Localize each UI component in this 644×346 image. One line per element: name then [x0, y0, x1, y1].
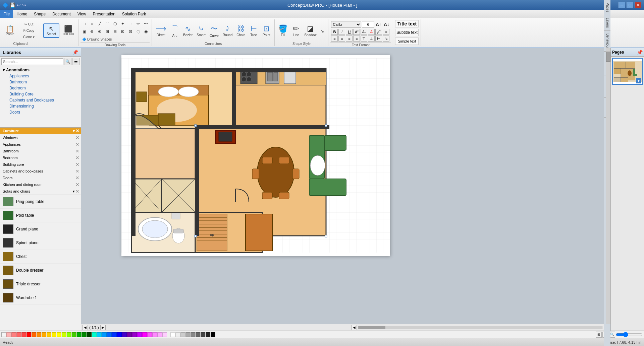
view-toggle-button[interactable]: ☰	[72, 58, 79, 65]
color-swatch[interactable]	[157, 332, 162, 337]
font-size-down[interactable]: A↓	[383, 21, 390, 28]
color-swatch[interactable]	[21, 332, 26, 337]
color-swatch[interactable]	[16, 332, 21, 337]
menu-document[interactable]: Document	[49, 10, 74, 18]
direct-button[interactable]: ⟶ Direct	[154, 23, 168, 38]
page-thumbnail-1[interactable]: ▼	[612, 58, 643, 85]
color-swatch[interactable]	[102, 332, 107, 337]
font-family-select[interactable]: Calibri	[331, 21, 361, 28]
color-swatch[interactable]	[47, 332, 51, 337]
color-swatch[interactable]	[147, 332, 152, 337]
color-swatch[interactable]	[26, 332, 31, 337]
list-item[interactable]: Wardrobe 1	[0, 291, 81, 305]
drawing-shapes-button[interactable]: 🔷 Drawing Shapes	[80, 37, 113, 42]
quick-save-icon[interactable]: 💾	[10, 2, 15, 8]
smart-button[interactable]: ⤷ Smart	[195, 23, 207, 38]
active-lib-bathroom[interactable]: Bathroom ✕	[0, 148, 81, 154]
draw-star[interactable]: ✦	[119, 20, 126, 27]
close-appliances-button[interactable]: ✕	[75, 142, 79, 147]
menu-presentation[interactable]: Presentation	[90, 10, 119, 18]
pages-pin-button[interactable]: 📌	[637, 50, 643, 55]
arc-button[interactable]: ⌒ Arc	[169, 23, 181, 39]
close-windows-button[interactable]: ✕	[75, 135, 79, 140]
prev-page-button[interactable]: ◀	[83, 325, 88, 330]
color-swatch[interactable]	[107, 332, 112, 337]
tree-building-core[interactable]: Building Core	[0, 91, 81, 97]
active-lib-appliances[interactable]: Appliances ✕	[0, 141, 81, 148]
search-input[interactable]	[1, 58, 63, 65]
tab-layers[interactable]: Layers	[604, 15, 610, 31]
valign-top[interactable]: ⊤	[361, 36, 367, 42]
shadow-button[interactable]: ◪ Shadow	[303, 23, 318, 38]
draw-r6[interactable]: ⊟	[111, 28, 119, 35]
color-swatch[interactable]	[201, 332, 205, 337]
color-swatch[interactable]	[137, 332, 142, 337]
next-page-button[interactable]: ▶	[100, 325, 106, 330]
active-lib-kitchen[interactable]: Kitchen and dining room ✕	[0, 181, 81, 188]
textbox-button[interactable]: ⬛ Text Box	[60, 24, 76, 37]
align-right[interactable]: ≡	[346, 36, 353, 42]
color-button[interactable]: A	[368, 29, 375, 35]
color-swatch[interactable]	[97, 332, 102, 337]
vertical-scrollbar[interactable]	[606, 48, 610, 324]
menu-shape[interactable]: Shape	[31, 10, 49, 18]
cut-button[interactable]: ✂ Cut	[19, 21, 39, 27]
page-expand-icon[interactable]: ▼	[636, 78, 641, 83]
horizontal-scrollbar[interactable]	[358, 326, 602, 329]
close-bathroom-button[interactable]: ✕	[75, 148, 79, 154]
color-swatch[interactable]	[132, 332, 137, 337]
superscript-button[interactable]: A²	[353, 29, 360, 35]
align-left[interactable]: ≡	[331, 36, 338, 42]
clone-button[interactable]: Clone ▾	[19, 34, 39, 40]
valign-bottom[interactable]: ⊨	[375, 36, 382, 42]
copy-button[interactable]: ⎘ Copy	[19, 28, 39, 33]
tree-appliances[interactable]: Appliances	[0, 73, 81, 79]
paste-button[interactable]: 📋 Paste	[2, 24, 18, 37]
chain-button[interactable]: ⛓ Chain	[235, 23, 247, 38]
draw-r10[interactable]: ◉	[142, 28, 150, 35]
draw-r3[interactable]: ⊕	[88, 28, 96, 35]
draw-r9[interactable]: ◌	[135, 28, 142, 35]
list-item[interactable]: Ping-pong table	[0, 195, 81, 209]
draw-rect[interactable]: □	[80, 20, 88, 27]
color-swatch[interactable]	[142, 332, 147, 337]
highlight-button[interactable]: 🖍	[375, 29, 382, 35]
color-swatch[interactable]	[92, 332, 97, 337]
color-swatch[interactable]	[62, 332, 66, 337]
hscroll-thumb[interactable]	[359, 326, 385, 329]
search-button[interactable]: 🔍	[64, 58, 71, 65]
list-item[interactable]: Double dresser	[0, 264, 81, 277]
tree-cabinets[interactable]: Cabinets and Bookcases	[0, 97, 81, 103]
canvas-area[interactable]: up	[81, 48, 610, 331]
close-kitchen-button[interactable]: ✕	[75, 182, 79, 187]
tree-button[interactable]: ⊢ Tree	[248, 23, 260, 38]
list-item[interactable]: Chest	[0, 250, 81, 264]
list-item[interactable]: Grand piano	[0, 222, 81, 236]
tree-bedroom[interactable]: Bedroom	[0, 85, 81, 91]
draw-r5[interactable]: ⊞	[104, 28, 111, 35]
tree-dimensioning[interactable]: Dimensioning	[0, 103, 81, 109]
zoom-fit-button[interactable]: ⊞	[596, 332, 602, 338]
color-swatch[interactable]	[67, 332, 71, 337]
bold-button[interactable]: B	[331, 29, 338, 35]
active-lib-sofas[interactable]: Sofas and chairs ▾ ✕	[0, 188, 81, 195]
draw-freeform[interactable]: 〜	[142, 20, 150, 27]
color-white[interactable]	[170, 332, 175, 337]
align-center[interactable]: ≡	[338, 36, 345, 42]
color-swatch[interactable]	[152, 332, 157, 337]
title-text-button[interactable]: Title text	[395, 20, 419, 27]
close-bedroom-button[interactable]: ✕	[75, 155, 79, 160]
draw-arrow[interactable]: →	[127, 20, 134, 27]
maximize-button[interactable]: □	[627, 2, 633, 8]
menu-home[interactable]: Home	[13, 10, 31, 18]
color-swatch[interactable]	[112, 332, 117, 337]
bezier-button[interactable]: ∿ Bezier	[181, 23, 194, 38]
point-button[interactable]: ⊡ Point	[260, 23, 272, 38]
color-swatch[interactable]	[72, 332, 76, 337]
active-lib-furniture[interactable]: Furniture ▾ ✕	[0, 128, 81, 134]
canvas-scroll[interactable]: up	[81, 48, 610, 324]
tree-bathroom[interactable]: Bathroom	[0, 79, 81, 85]
curve-button[interactable]: 〜 Curve	[208, 23, 220, 39]
color-swatch[interactable]	[42, 332, 46, 337]
color-swatch[interactable]	[77, 332, 82, 337]
